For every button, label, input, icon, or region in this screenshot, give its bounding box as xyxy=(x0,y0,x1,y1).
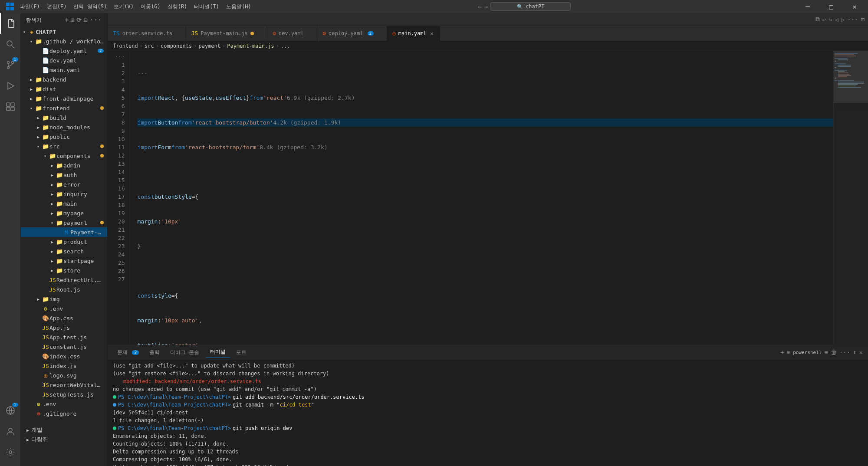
collapse-icon[interactable]: ⊟ xyxy=(84,16,88,23)
sidebar-item-error[interactable]: ▶ 📁 error xyxy=(21,180,107,189)
title-search[interactable]: 🔍 chatPT xyxy=(490,2,571,11)
sidebar-item-logo-svg[interactable]: ◎ logo.svg xyxy=(21,371,107,380)
panel-tab-debug-console[interactable]: 디버그 콘솔 xyxy=(166,347,204,358)
undo-icon[interactable]: ↩ xyxy=(822,16,826,23)
sidebar-item-deploy-yaml[interactable]: 📄 deploy.yaml 2 xyxy=(21,46,107,56)
sidebar-item-search-folder[interactable]: ▶ 📁 search xyxy=(21,246,107,256)
sidebar-item-dist[interactable]: ▶ 📁 dist xyxy=(21,84,107,94)
panel-tab-problems[interactable]: 문제 2 xyxy=(113,347,143,358)
panel-tab-output[interactable]: 출력 xyxy=(145,347,164,358)
menu-selection[interactable]: 선택 영역(S) xyxy=(73,3,107,10)
sidebar-item-squirrel[interactable]: ▶ 다람쥐 xyxy=(21,435,107,444)
activity-run[interactable] xyxy=(0,75,21,96)
menu-terminal[interactable]: 터미널(T) xyxy=(194,3,219,10)
sidebar-item-frontend[interactable]: ▾ 📁 frontend xyxy=(21,103,107,113)
sidebar-item-constant[interactable]: JS constant.js xyxy=(21,342,107,351)
sidebar-item-auth[interactable]: ▶ 📁 auth xyxy=(21,170,107,180)
sidebar-item-payment[interactable]: ▾ 📁 payment xyxy=(21,218,107,227)
sidebar-item-startpage[interactable]: ▶ 📁 startpage xyxy=(21,256,107,266)
menu-run[interactable]: 실행(R) xyxy=(168,3,187,10)
menu-help[interactable]: 도움말(H) xyxy=(226,3,251,10)
sidebar-item-mypage[interactable]: ▶ 📁 mypage xyxy=(21,208,107,218)
sidebar-item-img[interactable]: ▶ 📁 img xyxy=(21,294,107,304)
minimize-button[interactable]: ─ xyxy=(798,0,818,13)
split-editor-icon[interactable]: ⧉ xyxy=(815,16,820,23)
tab-payment-main[interactable]: JS Payment-main.js ✕ xyxy=(186,26,267,41)
more-actions-icon[interactable]: ··· xyxy=(847,16,858,23)
nav-back-icon[interactable]: ← xyxy=(478,3,481,10)
tab-deploy-yaml[interactable]: ⚙ deploy.yaml 2 ✕ xyxy=(317,26,387,41)
trash-icon[interactable]: 🗑 xyxy=(831,349,837,356)
code-area[interactable]: ··· import React, { useState, useEffect … xyxy=(130,51,833,345)
breadcrumb-file[interactable]: Payment-main.js xyxy=(227,43,274,49)
sidebar-item-index-css[interactable]: 🎨 index.css xyxy=(21,351,107,361)
minimap[interactable] xyxy=(833,51,868,345)
sidebar-item-node-modules[interactable]: ▶ 📁 node_modules xyxy=(21,122,107,132)
code-content[interactable]: ··· 1 2 3 4 5 6 7 8 9 10 11 12 xyxy=(108,51,833,345)
terminal-list-icon[interactable]: ≡ xyxy=(824,349,828,356)
sidebar-item-build[interactable]: ▶ 📁 build xyxy=(21,113,107,122)
sidebar-item-main[interactable]: ▶ 📁 main xyxy=(21,199,107,208)
sidebar-item-setup-tests[interactable]: JS setupTests.js xyxy=(21,390,107,399)
sidebar-item-admin[interactable]: ▶ 📁 admin xyxy=(21,161,107,170)
sidebar-item-report-web-vitals[interactable]: JS reportWebVitals.js xyxy=(21,380,107,390)
more-terminal-icon[interactable]: ··· xyxy=(839,349,850,356)
tab-main-yaml[interactable]: ⚙ main.yaml ✕ xyxy=(387,26,440,41)
activity-settings[interactable] xyxy=(0,442,21,463)
sidebar-item-public[interactable]: ▶ 📁 public xyxy=(21,132,107,141)
activity-explorer[interactable] xyxy=(0,13,21,34)
close-panel-icon[interactable]: ✕ xyxy=(859,349,863,356)
close-editor-icon[interactable]: ⊡ xyxy=(861,16,865,23)
menu-edit[interactable]: 편집(E) xyxy=(47,3,67,10)
menu-file[interactable]: 파일(F) xyxy=(20,3,40,10)
activity-account[interactable] xyxy=(0,421,21,442)
tab-close-icon[interactable]: ✕ xyxy=(429,29,434,38)
minimap-slider[interactable] xyxy=(834,51,868,103)
activity-source-control[interactable]: 1 xyxy=(0,55,21,75)
sidebar-item-gitignore[interactable]: ⊗ .gitignore xyxy=(21,409,107,418)
tab-order-service[interactable]: TS order.service.ts ✕ xyxy=(108,26,186,41)
sidebar-item-develop[interactable]: ▶ 개발 xyxy=(21,425,107,435)
terminal-content[interactable]: (use "git add <file>..." to update what … xyxy=(108,360,868,466)
sidebar-item-github-workflows[interactable]: ▾ 📁 .github / workflows xyxy=(21,36,107,46)
sidebar-item-chatpt-root[interactable]: ▾ ◈ CHATPT xyxy=(21,27,107,36)
sidebar-item-redirecturl[interactable]: JS RedirectUrl.js xyxy=(21,275,107,285)
sidebar-item-env-nested[interactable]: ⚙ .env xyxy=(21,304,107,313)
panel-tab-ports[interactable]: 포트 xyxy=(232,347,251,358)
new-folder-icon[interactable]: ⊞ xyxy=(71,16,75,23)
split-terminal-icon[interactable]: ⊞ xyxy=(787,349,790,356)
sidebar-item-main-yaml[interactable]: 📄 main.yaml xyxy=(21,65,107,75)
sidebar-item-index-js[interactable]: JS index.js xyxy=(21,361,107,371)
sidebar-item-backend[interactable]: ▶ 📁 backend xyxy=(21,75,107,84)
sidebar-item-root[interactable]: JS Root.js xyxy=(21,285,107,294)
tab-dev-yaml[interactable]: ⚙ dev.yaml ✕ xyxy=(267,26,317,41)
close-button[interactable]: ✕ xyxy=(845,0,865,13)
menu-view[interactable]: 보기(V) xyxy=(114,3,134,10)
new-file-icon[interactable]: + xyxy=(65,16,69,23)
navigate-back-icon[interactable]: ◁ xyxy=(835,16,838,23)
menu-go[interactable]: 이동(G) xyxy=(141,3,161,10)
sidebar-item-app-js[interactable]: JS App.js xyxy=(21,323,107,332)
activity-search[interactable] xyxy=(0,34,21,55)
maximize-panel-icon[interactable]: ⬆ xyxy=(853,349,856,356)
sidebar-item-app-css[interactable]: 🎨 App.css xyxy=(21,313,107,323)
sidebar-item-dev-yaml[interactable]: 📄 dev.yaml xyxy=(21,56,107,65)
breadcrumb-components[interactable]: components xyxy=(161,43,192,49)
nav-forward-icon[interactable]: → xyxy=(484,3,488,10)
breadcrumb-frontend[interactable]: frontend xyxy=(113,43,138,49)
sidebar-item-env-root[interactable]: ⚙ .env xyxy=(21,399,107,409)
refresh-icon[interactable]: ⟳ xyxy=(76,16,82,23)
activity-extensions[interactable] xyxy=(0,96,21,117)
navigate-forward-icon[interactable]: ▷ xyxy=(841,16,845,23)
activity-remote[interactable]: 1 xyxy=(0,400,21,421)
sidebar-item-product[interactable]: ▶ 📁 product xyxy=(21,237,107,246)
sidebar-item-store[interactable]: ▶ 📁 store xyxy=(21,266,107,275)
breadcrumb-more[interactable]: ... xyxy=(281,43,290,49)
sidebar-item-components[interactable]: ▾ 📁 components xyxy=(21,151,107,161)
sidebar-item-src[interactable]: ▾ 📁 src xyxy=(21,141,107,151)
panel-tab-terminal[interactable]: 터미널 xyxy=(206,347,230,358)
more-options-icon[interactable]: ··· xyxy=(90,16,102,23)
redo-icon[interactable]: ↪ xyxy=(829,16,832,23)
sidebar-item-app-test[interactable]: JS App.test.js xyxy=(21,332,107,342)
maximize-button[interactable]: □ xyxy=(821,0,841,13)
